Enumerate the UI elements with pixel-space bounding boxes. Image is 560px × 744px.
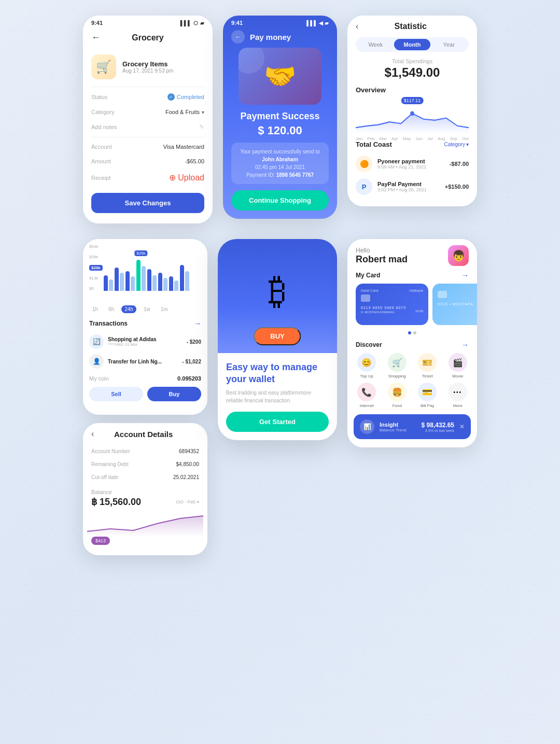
total-spendings-amount: $1,549.00 (347, 65, 477, 80)
discover-item-ticket[interactable]: 🎫 Ticket (414, 353, 441, 378)
tab-year[interactable]: Year (430, 39, 467, 50)
discover-item-topup[interactable]: 😊 Top Up (354, 353, 380, 378)
ticket-label: Ticket (422, 374, 433, 378)
chart-badge: $413 (91, 537, 110, 545)
center-top-section: ₿ BUY (218, 239, 337, 353)
coin-section: My coin 0.095203 (83, 371, 207, 384)
transactions-arrow[interactable]: → (194, 319, 201, 328)
account-label: Account (91, 144, 112, 150)
see-all-arrow[interactable]: → (461, 271, 469, 279)
tab-week[interactable]: Week (357, 39, 394, 50)
filter-6h[interactable]: 6h (105, 305, 117, 313)
mini-chart-area (83, 511, 207, 537)
card-dot-2[interactable] (413, 331, 416, 334)
topup-label: Top Up (360, 374, 373, 378)
pay-illustration: 🤝 (223, 48, 337, 105)
cutoff-label: Cut-off date (91, 474, 118, 480)
acc-number-label: Account Number (91, 448, 130, 454)
insight-change: 4.3% vs last week (422, 429, 454, 432)
user-avatar: 👦 (448, 245, 469, 266)
balance-row: ฿ 15,560.00 Oct - Feb (91, 496, 199, 508)
paypal-info: PayPal Payment 3:02 PM • Aug 20, 2021 (377, 181, 440, 192)
grocery-item-date: Aug 17, 2021 9:53 pm (122, 68, 173, 74)
cutoff-row: Cut-off date 25.02.2021 (83, 471, 207, 484)
status-label: Status (91, 94, 107, 100)
ticket-icon: 🎫 (418, 353, 437, 372)
pay-recipient: John Abraham (262, 157, 298, 162)
balance-section: Balance ฿ 15,560.00 Oct - Feb (83, 484, 207, 511)
grocery-phone-card: 9:41 ▌▌▌⬡▰ ← Grocery 🛒 Grocery Items Aug… (83, 16, 213, 223)
stat-back-button[interactable]: ‹ (356, 22, 358, 31)
mini-transaction-1: 🔄 Shopping at Adidas ****2482 31 Mor - $… (83, 332, 207, 352)
grocery-status-bar: 9:41 ▌▌▌⬡▰ (83, 16, 213, 28)
card-dot-1[interactable] (408, 331, 411, 334)
shopping-label: Shopping (388, 374, 406, 378)
adidas-name: Shopping at Adidas (108, 336, 183, 342)
category-label: Category (91, 109, 115, 115)
discover-item-billpay[interactable]: 💳 Bill Pay (414, 383, 441, 408)
amount-label: Amount (91, 158, 111, 164)
total-cost-header: Total Coast Category (347, 141, 477, 148)
filter-1w[interactable]: 1w (141, 305, 153, 313)
grocery-title: Grocery (132, 33, 163, 43)
get-started-button[interactable]: Get Started (226, 412, 329, 432)
pay-back-button[interactable]: ← (231, 30, 245, 44)
debit-card-1[interactable]: Debit Card Vietbank 6219 8650 3886 8075 … (356, 284, 428, 325)
cards-scroll: Debit Card Vietbank 6219 8650 3886 8075 … (347, 284, 477, 331)
adidas-amount: - $200 (187, 339, 201, 345)
grocery-item-info: Grocery Items Aug 17, 2021 9:53 pm (122, 60, 173, 74)
coin-label: My coin (89, 375, 109, 382)
filter-1h[interactable]: 1h (89, 305, 101, 313)
discover-grid: 😊 Top Up 🛒 Shopping 🎫 Ticket 🎬 Movie 📞 (347, 353, 477, 412)
internet-label: Internet (360, 403, 374, 408)
bars-container: $26k (104, 244, 201, 291)
billpay-label: Bill Pay (421, 403, 435, 408)
tab-month[interactable]: Month (394, 39, 431, 50)
filter-1m[interactable]: 1m (158, 305, 171, 313)
paypal-date: 3:02 PM • Aug 20, 2021 (377, 187, 440, 192)
transfer-icon: 👤 (89, 354, 104, 369)
insight-bar[interactable]: 📊 Insight Balance Trend $ 98,432.65 4.3%… (354, 414, 471, 439)
notes-edit-icon[interactable]: ✎ (199, 123, 204, 131)
grocery-divider-2 (91, 137, 204, 137)
bar-chart-area: $54k $39k $26k $13k $0 $26k (83, 239, 207, 301)
insight-close-button[interactable]: ✕ (459, 423, 465, 430)
chart-tooltip: $117.11 (401, 97, 424, 104)
my-card-header: My Card → (347, 269, 477, 284)
status-value: Completed (167, 93, 204, 101)
balance-period[interactable]: Oct - Feb (176, 499, 199, 504)
greeting-text: Hello Robert mad (356, 247, 408, 265)
pay-id-label: Payment ID: (246, 172, 276, 178)
billpay-icon: 💳 (418, 383, 437, 401)
grocery-back-button[interactable]: ← (91, 32, 101, 43)
pay-3d-image: 🤝 (239, 48, 321, 105)
cutoff-value: 25.02.2021 (173, 474, 199, 480)
discover-item-movie[interactable]: 🎬 Movie (445, 353, 471, 378)
sell-button[interactable]: Sell (89, 387, 143, 401)
account-back-button[interactable]: ‹ (91, 429, 94, 439)
movie-icon: 🎬 (449, 353, 467, 372)
continue-shopping-button[interactable]: Continue Shopping (231, 190, 329, 210)
discover-title: Discover (356, 341, 382, 348)
grocery-item-row: 🛒 Grocery Items Aug 17, 2021 9:53 pm (83, 49, 213, 85)
pay-time: 9:41 (231, 20, 243, 26)
account-details-card: ‹ Account Details Account Number 6894352… (83, 423, 207, 555)
discover-item-food[interactable]: 🍔 Food (384, 383, 411, 408)
pay-title: Pay money (250, 33, 291, 41)
grocery-account-row: Account Visa Mastercard (83, 139, 213, 154)
save-changes-button[interactable]: Save Changes (91, 193, 204, 213)
discover-item-internet[interactable]: 📞 Internet (354, 383, 380, 408)
discover-item-more[interactable]: ••• More (445, 383, 471, 408)
debit-card-2[interactable]: 6219 • MOSTAFA (432, 284, 477, 325)
grocery-time: 9:41 (91, 20, 103, 26)
buy-button[interactable]: Buy (147, 387, 201, 401)
pyoneer-name: Pyoneer payment (377, 158, 444, 164)
discover-arrow[interactable]: → (461, 341, 469, 349)
upload-value[interactable]: Upload (169, 173, 204, 183)
category-value[interactable]: Food & Fruits (165, 109, 204, 115)
buy-badge-button[interactable]: BUY (254, 327, 301, 345)
filter-24h[interactable]: 24h (121, 305, 136, 313)
card1-number: 6219 8650 3886 8075 (361, 306, 423, 310)
category-filter[interactable]: Category (444, 142, 469, 147)
discover-item-shopping[interactable]: 🛒 Shopping (384, 353, 411, 378)
